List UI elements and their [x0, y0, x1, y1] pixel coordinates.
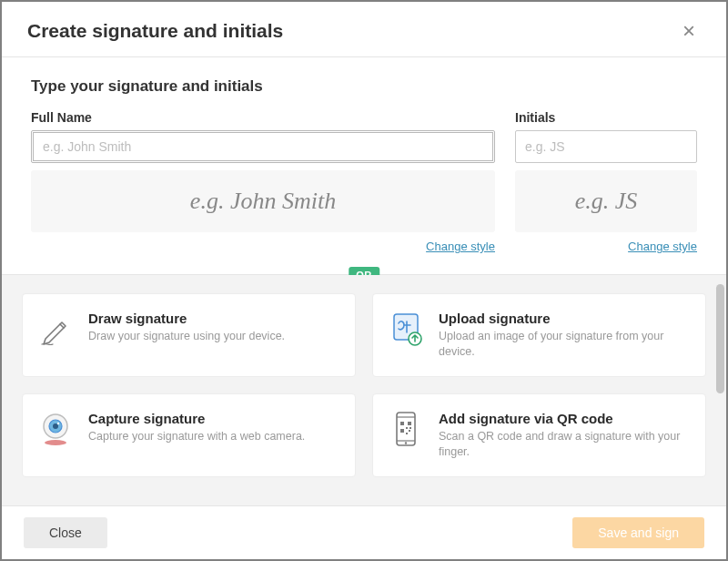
method-qr-text: Add signature via QR code Scan a QR code…	[439, 411, 691, 460]
close-icon[interactable]: ×	[677, 18, 701, 44]
upload-icon	[388, 311, 424, 347]
svg-rect-14	[406, 427, 408, 429]
svg-rect-13	[400, 429, 404, 433]
svg-rect-16	[406, 433, 408, 434]
close-button[interactable]: Close	[24, 517, 107, 548]
svg-rect-12	[408, 422, 411, 425]
method-draw-desc: Draw your signature using your device.	[88, 329, 285, 344]
svg-point-5	[53, 423, 58, 429]
method-qr-desc: Scan a QR code and draw a signature with…	[439, 429, 691, 460]
method-capture-text: Capture signature Capture your signature…	[88, 411, 305, 444]
method-qr[interactable]: Add signature via QR code Scan a QR code…	[372, 393, 706, 477]
pencil-icon	[37, 311, 74, 347]
method-upload-desc: Upload an image of your signature from y…	[439, 329, 691, 360]
scrollbar[interactable]	[716, 284, 724, 393]
full-name-preview: e.g. John Smith	[31, 170, 495, 232]
full-name-label: Full Name	[31, 110, 495, 125]
initials-label: Initials	[515, 110, 697, 125]
signature-modal: Create signature and initials × Type you…	[2, 2, 726, 559]
method-upload[interactable]: Upload signature Upload an image of your…	[372, 293, 706, 377]
modal-header: Create signature and initials ×	[2, 2, 726, 56]
svg-point-10	[405, 442, 407, 444]
method-upload-text: Upload signature Upload an image of your…	[439, 311, 691, 360]
fields-row: Full Name e.g. John Smith Change style I…	[31, 110, 697, 254]
method-capture-desc: Capture your signature with a web camera…	[88, 429, 305, 444]
full-name-column: Full Name e.g. John Smith Change style	[31, 110, 495, 254]
change-style-initials-link[interactable]: Change style	[628, 240, 697, 253]
method-qr-title: Add signature via QR code	[439, 411, 691, 426]
initials-preview: e.g. JS	[515, 170, 697, 232]
modal-footer: Close Save and sign	[2, 505, 726, 559]
change-style-fullname-link[interactable]: Change style	[426, 240, 495, 253]
save-and-sign-button[interactable]: Save and sign	[572, 517, 704, 548]
method-upload-title: Upload signature	[439, 311, 691, 326]
initials-column: Initials e.g. JS Change style	[515, 110, 697, 254]
type-heading: Type your signature and initials	[31, 77, 697, 96]
svg-point-6	[57, 423, 59, 424]
full-name-input[interactable]	[31, 130, 495, 163]
method-draw[interactable]: Draw signature Draw your signature using…	[22, 293, 356, 377]
webcam-icon	[37, 411, 74, 447]
type-signature-section: Type your signature and initials Full Na…	[2, 57, 726, 267]
method-capture-title: Capture signature	[88, 411, 305, 426]
svg-rect-11	[400, 422, 404, 425]
svg-rect-17	[410, 427, 411, 429]
method-draw-text: Draw signature Draw your signature using…	[88, 311, 285, 344]
methods-grid: Draw signature Draw your signature using…	[22, 293, 706, 477]
qr-phone-icon	[388, 411, 424, 447]
svg-point-2	[45, 440, 66, 445]
modal-title: Create signature and initials	[27, 20, 283, 42]
svg-rect-15	[409, 430, 410, 432]
method-capture[interactable]: Capture signature Capture your signature…	[22, 393, 356, 477]
initials-input[interactable]	[515, 130, 697, 163]
methods-area: Draw signature Draw your signature using…	[2, 275, 726, 505]
method-draw-title: Draw signature	[88, 311, 285, 326]
